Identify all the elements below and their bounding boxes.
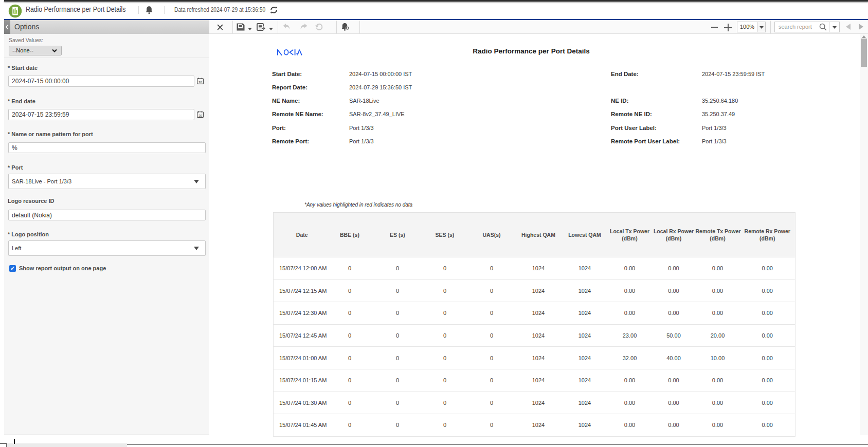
svg-text:30: 30 [198, 81, 202, 84]
svg-text:30: 30 [198, 114, 202, 117]
